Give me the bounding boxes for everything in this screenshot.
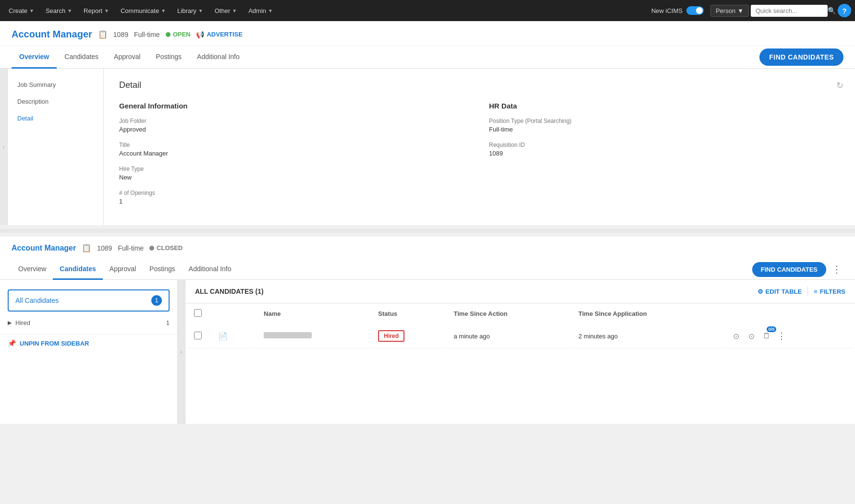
hired-label: Hired — [15, 319, 162, 326]
tab-additional-info-2[interactable]: Additional Info — [182, 259, 238, 280]
candidates-table-area: ALL CANDIDATES (1) ⚙ EDIT TABLE ≡ FILTER… — [185, 280, 855, 424]
sidebar-job-summary[interactable]: Job Summary — [8, 76, 103, 93]
hired-count: 1 — [166, 319, 170, 326]
hired-sidebar-item[interactable]: ▶ Hired 1 — [0, 315, 177, 330]
row-actions: ⊙ ⊙ 🗒 0/0 ⋮ — [729, 329, 846, 343]
action-icon-1[interactable]: ⊙ — [729, 329, 743, 343]
tab-overview-1[interactable]: Overview — [12, 46, 57, 69]
col-header-name[interactable]: Name — [256, 304, 369, 323]
openings-field: # of Openings 1 — [119, 190, 470, 205]
quick-search-input[interactable] — [751, 5, 828, 17]
title-field: Title Account Manager — [119, 142, 470, 157]
filter-icon: ≡ — [814, 288, 818, 295]
row-checkbox-cell[interactable] — [186, 324, 209, 348]
select-all-checkbox[interactable] — [194, 309, 202, 317]
requisition-id-label: Requisition ID — [489, 142, 840, 148]
edit-table-icon: ⚙ — [757, 288, 763, 295]
tab-postings-1[interactable]: Postings — [148, 46, 189, 69]
job-folder-field: Job Folder Approved — [119, 118, 470, 133]
find-candidates-button-2[interactable]: FIND CANDIDATES — [752, 262, 826, 277]
tab-postings-2[interactable]: Postings — [143, 259, 182, 280]
person-dropdown-button[interactable]: Person ▼ — [710, 5, 749, 17]
more-options-button[interactable]: ⋮ — [830, 262, 843, 277]
person-chevron-icon: ▼ — [737, 7, 744, 14]
tab-candidates-1[interactable]: Candidates — [57, 46, 106, 69]
table-row: 📄 Hired a minute ago — [186, 324, 854, 348]
title-value: Account Manager — [119, 150, 470, 157]
notes-badge[interactable]: 🗒 0/0 — [760, 329, 773, 343]
nav-library[interactable]: Library ▼ — [172, 0, 208, 21]
job-card-1: Account Manager 📋 1089 Full-time OPEN 📢 … — [0, 21, 855, 225]
candidates-layout: All Candidates 1 ▶ Hired 1 📌 UNPIN FROM … — [0, 280, 855, 424]
detail-panel: ↻ Detail General Information Job Folder … — [104, 69, 855, 225]
col-header-time-action[interactable]: Time Since Action — [446, 304, 570, 323]
row-checkbox[interactable] — [194, 332, 202, 339]
library-chevron-icon: ▼ — [198, 8, 203, 13]
all-candidates-table-title: ALL CANDIDATES (1) — [195, 288, 754, 295]
nav-report[interactable]: Report ▼ — [79, 0, 114, 21]
notes-count: 0/0 — [767, 326, 777, 332]
tab-approval-1[interactable]: Approval — [106, 46, 148, 69]
other-chevron-icon: ▼ — [232, 8, 237, 13]
advertise-link[interactable]: 📢 ADVERTISE — [196, 31, 242, 38]
copy-icon-2[interactable]: 📋 — [82, 243, 91, 252]
col-header-doc — [210, 304, 255, 323]
pin-icon: 📌 — [8, 339, 16, 347]
nav-create[interactable]: Create ▼ — [4, 0, 39, 21]
position-type-field: Position Type (Portal Searching) Full-ti… — [489, 118, 840, 133]
row-actions-cell: ⊙ ⊙ 🗒 0/0 ⋮ — [721, 324, 854, 348]
status-badge: Hired — [378, 330, 404, 342]
candidates-table: Name Status Time Since Action Time Since… — [185, 303, 855, 349]
position-type-value: Full-time — [489, 126, 840, 133]
tab-overview-2[interactable]: Overview — [12, 259, 53, 280]
collapse-handle-2[interactable]: ‹ — [178, 280, 185, 424]
report-chevron-icon: ▼ — [104, 8, 109, 13]
hired-chevron-icon: ▶ — [8, 320, 12, 326]
time-since-action: a minute ago — [454, 333, 490, 340]
search-chevron-icon: ▼ — [67, 8, 72, 13]
nav-admin[interactable]: Admin ▼ — [244, 0, 278, 21]
nav-communicate[interactable]: Communicate ▼ — [116, 0, 171, 21]
content-layout-1: ‹ Job Summary Description Detail ↻ Detai… — [0, 69, 855, 225]
find-candidates-button-1[interactable]: FIND CANDIDATES — [759, 48, 843, 66]
section-separator — [0, 229, 855, 233]
sidebar-description[interactable]: Description — [8, 93, 103, 110]
nav-search[interactable]: Search ▼ — [41, 0, 77, 21]
select-all-header[interactable] — [186, 304, 209, 323]
collapse-handle-1[interactable]: ‹ — [0, 69, 8, 225]
nav-other[interactable]: Other ▼ — [210, 0, 242, 21]
openings-value: 1 — [119, 198, 470, 205]
job-card-2: Account Manager 📋 1089 Full-time CLOSED … — [0, 237, 855, 424]
create-chevron-icon: ▼ — [29, 8, 34, 13]
tab-additional-info-1[interactable]: Additional Info — [189, 46, 247, 69]
document-icon: 📄 — [218, 332, 228, 340]
status-open-badge: OPEN — [166, 31, 191, 38]
job-header-2: Account Manager 📋 1089 Full-time CLOSED — [0, 237, 855, 259]
row-time-action-cell: a minute ago — [446, 324, 570, 348]
tabs-bar-1: Overview Candidates Approval Postings Ad… — [0, 46, 855, 69]
closed-status-dot — [149, 246, 154, 251]
new-icims-label: New iCIMS — [651, 7, 683, 14]
new-icims-toggle[interactable] — [686, 6, 704, 15]
copy-icon-1[interactable]: 📋 — [98, 30, 108, 39]
table-header-row: ALL CANDIDATES (1) ⚙ EDIT TABLE ≡ FILTER… — [185, 280, 855, 303]
tab-approval-2[interactable]: Approval — [103, 259, 143, 280]
job-title-2: Account Manager — [12, 244, 76, 252]
refresh-icon[interactable]: ↻ — [836, 80, 843, 91]
unpin-from-sidebar-button[interactable]: 📌 UNPIN FROM SIDEBAR — [0, 334, 177, 352]
tab-candidates-2[interactable]: Candidates — [53, 259, 102, 280]
filters-button[interactable]: ≡ FILTERS — [814, 288, 845, 295]
action-icon-2[interactable]: ⊙ — [745, 329, 758, 343]
job-id-1: 1089 — [113, 31, 128, 38]
edit-table-button[interactable]: ⚙ EDIT TABLE — [757, 288, 802, 295]
help-button[interactable]: ? — [838, 4, 851, 17]
hire-type-field: Hire Type New — [119, 166, 470, 181]
col-header-status[interactable]: Status — [370, 304, 445, 323]
sidebar-detail[interactable]: Detail — [8, 110, 103, 127]
col-header-time-application[interactable]: Time Since Application — [571, 304, 721, 323]
tabs-right-2: FIND CANDIDATES ⋮ — [752, 262, 843, 277]
hire-type-value: New — [119, 174, 470, 181]
row-more-button[interactable]: ⋮ — [775, 329, 788, 343]
job-type-2: Full-time — [118, 244, 144, 252]
all-candidates-button[interactable]: All Candidates 1 — [8, 289, 170, 312]
